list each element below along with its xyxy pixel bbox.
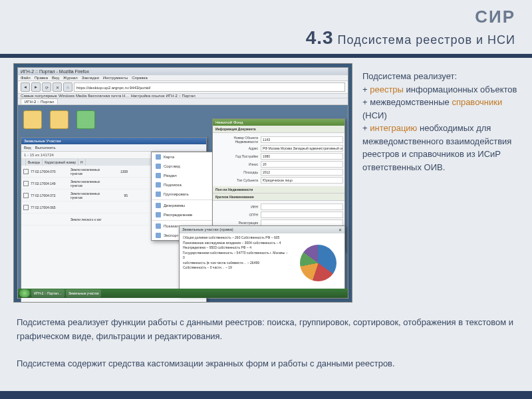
reload-button[interactable]: ⟳ [42,82,51,92]
list-window-title: Земельные Участки [21,138,206,144]
home-button[interactable]: ⌂ [63,82,72,92]
checkbox[interactable] [23,205,29,210]
ctx-map[interactable]: Карта [152,152,217,162]
form-field[interactable]: Юридическое лицо [261,177,343,184]
window-title: ИГН-2 :: Портал - Mozilla Firefox [18,68,348,75]
checkbox[interactable] [23,169,29,174]
eye-icon [156,223,161,229]
bottom-bar [0,391,532,399]
form-field[interactable]: 2012 [261,169,343,176]
chart-title-bar: Земельные участки (права) ✕ [180,226,344,233]
start-button[interactable] [19,289,30,297]
taskbar-item[interactable]: Земельные участки [66,289,102,297]
browser-nav: ◄ ► ⟳ ✕ ⌂ https://desktop-up2.argnpc.ru:… [18,81,348,94]
chart-window: Земельные участки (права) ✕ Общая долева… [179,225,345,295]
ctx-charts[interactable]: Диаграммы [152,201,217,210]
stop-button[interactable]: ✕ [53,82,62,92]
ctx-sort[interactable]: Сорт.вид [152,162,217,171]
bookmark-bar: Самые популярные Windows Media Бесплатна… [18,94,348,98]
ctx-distribution[interactable]: Распределение [152,210,217,219]
close-icon[interactable]: ✕ [338,227,342,232]
chart-icon [156,203,161,208]
view-button[interactable]: Вид [24,146,31,150]
sort-icon [156,164,161,169]
form-field[interactable] [261,203,343,210]
url-bar[interactable]: https://desktop-up2.argnpc.ru:9443/porta… [74,82,345,92]
folder-icon[interactable] [50,110,68,129]
taskbar-item[interactable]: ИГН-2 :: Портал… [31,289,65,297]
form-field[interactable] [261,211,343,218]
form-field[interactable]: 20 [261,161,343,168]
screenshot-frame: ИГН-2 :: Портал - Mozilla Firefox Файл П… [13,63,352,303]
slide-header: СИР 4.3 Подсистема реестров и НСИ [0,0,532,52]
back-button[interactable]: ◄ [21,82,30,92]
map-icon [156,154,161,160]
desktop-icons [23,110,95,129]
desktop-area: Земельные Участки Вид Выполнить 1 - 15 и… [18,105,348,298]
tabs-bar: ИГН-2 :: Портал [18,98,348,105]
taskbar: ИГН-2 :: Портал… Земельные участки [18,289,348,298]
side-text: Подсистема реализует: + реестры информац… [362,63,519,303]
active-tab[interactable]: ИГН-2 :: Портал [21,98,58,104]
chart-legend: Общая долевая собственность – 260 Собств… [180,233,291,292]
ctx-section[interactable]: Раздел [152,171,217,180]
form-field[interactable]: 1143 [261,136,343,143]
divider-bar [0,54,532,58]
group-icon [156,192,161,197]
fwd-button[interactable]: ► [31,82,41,92]
section-title: 4.3 Подсистема реестров и НСИ [17,27,515,49]
ctx-subscribe[interactable]: Подписка [152,180,217,190]
ctx-group[interactable]: Группировать [152,190,217,199]
form-section: Краткое Наименование [213,194,344,201]
folder-icon[interactable] [23,110,42,129]
list-toolbar: Вид Выполнить [21,144,206,152]
form-field[interactable]: РФ Москва Москва Западный административн… [261,145,343,152]
browser-window: ИГН-2 :: Портал - Mozilla Firefox Файл П… [17,67,348,299]
exec-button[interactable]: Выполнить [35,146,56,150]
pie-chart [291,233,344,292]
form-section: Информация Документа [213,126,344,133]
checkbox[interactable] [23,181,29,186]
export-icon [156,233,161,238]
checkbox[interactable] [23,193,29,198]
form-title: Нежилой Фонд [213,119,344,126]
folder-icon[interactable] [76,110,95,129]
form-section: Пол-ли Недвижимости [213,186,344,194]
bell-icon [156,182,161,188]
dist-icon [156,212,161,217]
sup-title: СИР [17,7,515,27]
section-icon [156,173,161,178]
browser-menu[interactable]: Файл Правка Вид Журнал Закладки Инструме… [18,75,348,81]
form-field[interactable]: 1980 [261,153,343,160]
footer-text: Подсистема реализует функции работы с да… [0,303,532,384]
